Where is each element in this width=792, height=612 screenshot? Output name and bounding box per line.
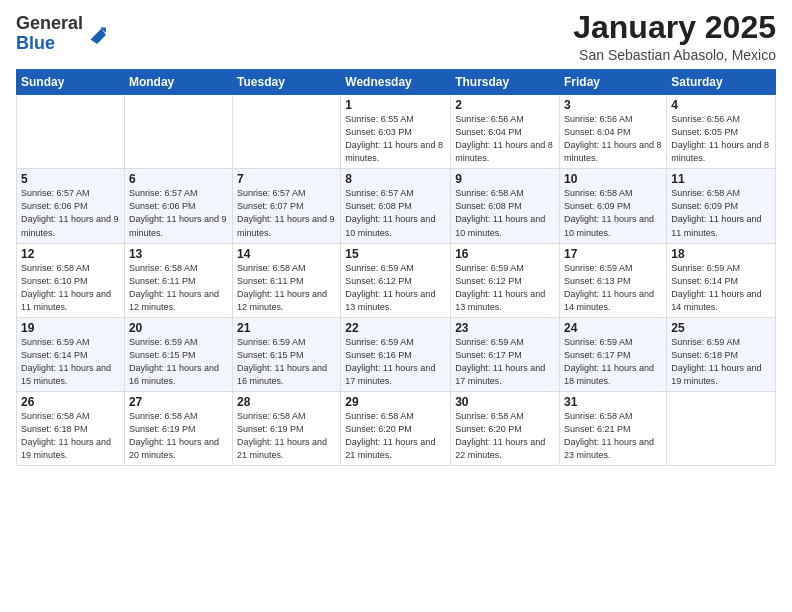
month-title: January 2025 <box>573 10 776 45</box>
calendar-cell: 12Sunrise: 6:58 AM Sunset: 6:10 PM Dayli… <box>17 243 125 317</box>
day-info: Sunrise: 6:57 AM Sunset: 6:06 PM Dayligh… <box>21 187 120 239</box>
calendar-cell: 17Sunrise: 6:59 AM Sunset: 6:13 PM Dayli… <box>560 243 667 317</box>
logo: General Blue <box>16 14 107 54</box>
logo-icon <box>85 23 107 45</box>
day-number: 27 <box>129 395 228 409</box>
day-number: 11 <box>671 172 771 186</box>
calendar-cell: 4Sunrise: 6:56 AM Sunset: 6:05 PM Daylig… <box>667 95 776 169</box>
calendar-cell: 30Sunrise: 6:58 AM Sunset: 6:20 PM Dayli… <box>451 391 560 465</box>
day-info: Sunrise: 6:59 AM Sunset: 6:14 PM Dayligh… <box>21 336 120 388</box>
day-info: Sunrise: 6:59 AM Sunset: 6:18 PM Dayligh… <box>671 336 771 388</box>
day-number: 26 <box>21 395 120 409</box>
svg-marker-0 <box>91 28 106 43</box>
day-number: 12 <box>21 247 120 261</box>
day-info: Sunrise: 6:59 AM Sunset: 6:17 PM Dayligh… <box>564 336 662 388</box>
logo-blue: Blue <box>16 33 55 53</box>
col-sunday: Sunday <box>17 70 125 95</box>
day-info: Sunrise: 6:57 AM Sunset: 6:06 PM Dayligh… <box>129 187 228 239</box>
day-info: Sunrise: 6:58 AM Sunset: 6:19 PM Dayligh… <box>237 410 336 462</box>
day-number: 31 <box>564 395 662 409</box>
day-number: 7 <box>237 172 336 186</box>
calendar-cell: 18Sunrise: 6:59 AM Sunset: 6:14 PM Dayli… <box>667 243 776 317</box>
day-info: Sunrise: 6:59 AM Sunset: 6:12 PM Dayligh… <box>455 262 555 314</box>
day-info: Sunrise: 6:57 AM Sunset: 6:07 PM Dayligh… <box>237 187 336 239</box>
day-number: 10 <box>564 172 662 186</box>
day-number: 5 <box>21 172 120 186</box>
calendar-cell: 9Sunrise: 6:58 AM Sunset: 6:08 PM Daylig… <box>451 169 560 243</box>
calendar-cell: 7Sunrise: 6:57 AM Sunset: 6:07 PM Daylig… <box>233 169 341 243</box>
calendar: Sunday Monday Tuesday Wednesday Thursday… <box>16 69 776 466</box>
logo-general: General <box>16 13 83 33</box>
day-number: 8 <box>345 172 446 186</box>
calendar-cell: 28Sunrise: 6:58 AM Sunset: 6:19 PM Dayli… <box>233 391 341 465</box>
day-number: 29 <box>345 395 446 409</box>
day-info: Sunrise: 6:57 AM Sunset: 6:08 PM Dayligh… <box>345 187 446 239</box>
calendar-cell: 21Sunrise: 6:59 AM Sunset: 6:15 PM Dayli… <box>233 317 341 391</box>
day-number: 6 <box>129 172 228 186</box>
calendar-cell <box>124 95 232 169</box>
calendar-cell: 11Sunrise: 6:58 AM Sunset: 6:09 PM Dayli… <box>667 169 776 243</box>
day-info: Sunrise: 6:56 AM Sunset: 6:05 PM Dayligh… <box>671 113 771 165</box>
calendar-cell: 29Sunrise: 6:58 AM Sunset: 6:20 PM Dayli… <box>341 391 451 465</box>
day-info: Sunrise: 6:59 AM Sunset: 6:17 PM Dayligh… <box>455 336 555 388</box>
day-number: 30 <box>455 395 555 409</box>
day-info: Sunrise: 6:59 AM Sunset: 6:15 PM Dayligh… <box>129 336 228 388</box>
calendar-cell <box>233 95 341 169</box>
day-info: Sunrise: 6:56 AM Sunset: 6:04 PM Dayligh… <box>564 113 662 165</box>
calendar-cell: 1Sunrise: 6:55 AM Sunset: 6:03 PM Daylig… <box>341 95 451 169</box>
calendar-cell: 22Sunrise: 6:59 AM Sunset: 6:16 PM Dayli… <box>341 317 451 391</box>
day-number: 4 <box>671 98 771 112</box>
calendar-cell: 26Sunrise: 6:58 AM Sunset: 6:18 PM Dayli… <box>17 391 125 465</box>
col-saturday: Saturday <box>667 70 776 95</box>
day-number: 15 <box>345 247 446 261</box>
day-info: Sunrise: 6:58 AM Sunset: 6:20 PM Dayligh… <box>455 410 555 462</box>
day-number: 20 <box>129 321 228 335</box>
day-info: Sunrise: 6:59 AM Sunset: 6:13 PM Dayligh… <box>564 262 662 314</box>
calendar-cell: 16Sunrise: 6:59 AM Sunset: 6:12 PM Dayli… <box>451 243 560 317</box>
day-number: 28 <box>237 395 336 409</box>
calendar-cell: 6Sunrise: 6:57 AM Sunset: 6:06 PM Daylig… <box>124 169 232 243</box>
calendar-header-row: Sunday Monday Tuesday Wednesday Thursday… <box>17 70 776 95</box>
calendar-cell: 27Sunrise: 6:58 AM Sunset: 6:19 PM Dayli… <box>124 391 232 465</box>
day-number: 13 <box>129 247 228 261</box>
title-block: January 2025 San Sebastian Abasolo, Mexi… <box>573 10 776 63</box>
calendar-cell: 23Sunrise: 6:59 AM Sunset: 6:17 PM Dayli… <box>451 317 560 391</box>
day-number: 16 <box>455 247 555 261</box>
col-tuesday: Tuesday <box>233 70 341 95</box>
day-number: 22 <box>345 321 446 335</box>
day-info: Sunrise: 6:59 AM Sunset: 6:12 PM Dayligh… <box>345 262 446 314</box>
calendar-cell <box>17 95 125 169</box>
day-number: 17 <box>564 247 662 261</box>
day-info: Sunrise: 6:58 AM Sunset: 6:11 PM Dayligh… <box>129 262 228 314</box>
page: General Blue January 2025 San Sebastian … <box>0 0 792 612</box>
calendar-cell: 19Sunrise: 6:59 AM Sunset: 6:14 PM Dayli… <box>17 317 125 391</box>
header: General Blue January 2025 San Sebastian … <box>16 10 776 63</box>
calendar-cell: 15Sunrise: 6:59 AM Sunset: 6:12 PM Dayli… <box>341 243 451 317</box>
calendar-cell: 3Sunrise: 6:56 AM Sunset: 6:04 PM Daylig… <box>560 95 667 169</box>
day-number: 21 <box>237 321 336 335</box>
day-number: 2 <box>455 98 555 112</box>
day-info: Sunrise: 6:58 AM Sunset: 6:11 PM Dayligh… <box>237 262 336 314</box>
day-info: Sunrise: 6:59 AM Sunset: 6:14 PM Dayligh… <box>671 262 771 314</box>
day-number: 14 <box>237 247 336 261</box>
day-number: 1 <box>345 98 446 112</box>
day-info: Sunrise: 6:58 AM Sunset: 6:21 PM Dayligh… <box>564 410 662 462</box>
day-info: Sunrise: 6:56 AM Sunset: 6:04 PM Dayligh… <box>455 113 555 165</box>
day-number: 25 <box>671 321 771 335</box>
calendar-cell: 10Sunrise: 6:58 AM Sunset: 6:09 PM Dayli… <box>560 169 667 243</box>
calendar-cell: 8Sunrise: 6:57 AM Sunset: 6:08 PM Daylig… <box>341 169 451 243</box>
day-number: 18 <box>671 247 771 261</box>
calendar-cell: 13Sunrise: 6:58 AM Sunset: 6:11 PM Dayli… <box>124 243 232 317</box>
calendar-cell <box>667 391 776 465</box>
day-info: Sunrise: 6:59 AM Sunset: 6:15 PM Dayligh… <box>237 336 336 388</box>
calendar-cell: 20Sunrise: 6:59 AM Sunset: 6:15 PM Dayli… <box>124 317 232 391</box>
calendar-cell: 25Sunrise: 6:59 AM Sunset: 6:18 PM Dayli… <box>667 317 776 391</box>
day-number: 9 <box>455 172 555 186</box>
calendar-cell: 31Sunrise: 6:58 AM Sunset: 6:21 PM Dayli… <box>560 391 667 465</box>
day-number: 24 <box>564 321 662 335</box>
day-number: 23 <box>455 321 555 335</box>
col-monday: Monday <box>124 70 232 95</box>
day-number: 3 <box>564 98 662 112</box>
day-info: Sunrise: 6:58 AM Sunset: 6:10 PM Dayligh… <box>21 262 120 314</box>
day-info: Sunrise: 6:58 AM Sunset: 6:19 PM Dayligh… <box>129 410 228 462</box>
